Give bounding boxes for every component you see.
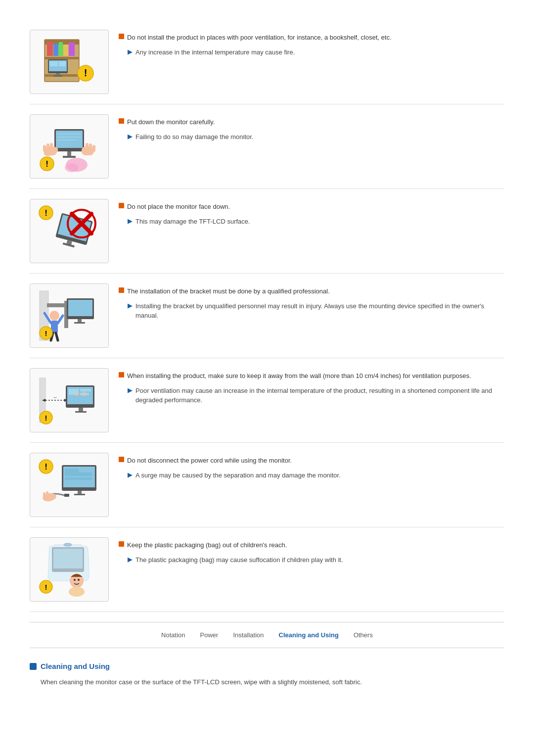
plastic-bag-icon: ! [30, 537, 109, 602]
section-6-main: Do not disconnect the power cord while u… [119, 456, 504, 466]
arrow-icon-2: ▶ [128, 133, 133, 140]
svg-rect-50 [68, 300, 92, 316]
arrow-icon-3: ▶ [128, 217, 133, 225]
section-3-sub-text: This may damage the TFT-LCD surface. [135, 217, 250, 227]
section-6-sub-text: A surge may be caused by the separation … [135, 471, 341, 480]
section-5-main: When installing the product, make sure t… [119, 371, 504, 381]
arrow-icon-1: ▶ [128, 48, 133, 55]
svg-rect-2 [44, 57, 79, 59]
bullet-icon-3 [119, 203, 124, 208]
svg-text:↔: ↔ [53, 395, 57, 400]
svg-rect-71 [75, 411, 87, 413]
svg-rect-27 [46, 143, 49, 150]
svg-rect-11 [50, 61, 58, 66]
section-7-sub-text: The plastic packaging (bag) may cause su… [135, 555, 343, 565]
section-6-main-text: Do not disconnect the power cord while u… [127, 456, 292, 466]
svg-rect-68 [80, 389, 91, 391]
svg-rect-18 [56, 131, 83, 148]
svg-rect-90 [46, 491, 48, 497]
cleaning-section-icon [30, 663, 37, 670]
svg-point-36 [65, 163, 79, 172]
section-3-content: Do not place the monitor face down. ▶ Th… [119, 199, 504, 229]
svg-line-58 [56, 333, 58, 340]
section-1-sub-text: Any increase in the internal temperature… [135, 47, 295, 57]
section-3-main-text: Do not place the monitor face down. [127, 202, 230, 212]
section-2-sub-text: Failing to do so may damage the monitor. [135, 132, 253, 142]
svg-point-53 [49, 311, 59, 321]
svg-rect-22 [67, 151, 71, 156]
cleaning-section-text: When cleaning the monitor case or the su… [41, 678, 362, 686]
svg-rect-30 [92, 145, 95, 152]
arrow-icon-7: ▶ [128, 556, 133, 563]
svg-text:!: ! [84, 67, 88, 78]
section-1: ! Do not install the product in places w… [30, 20, 504, 104]
section-7-content: Keep the plastic packaging (bag) out of … [119, 537, 504, 567]
svg-rect-83 [65, 472, 92, 476]
section-2-main-text: Put down the monitor carefully. [127, 117, 215, 127]
nav-installation[interactable]: Installation [233, 631, 264, 639]
svg-rect-8 [69, 43, 75, 56]
section-6-sub: ▶ A surge may be caused by the separatio… [128, 471, 504, 480]
svg-point-97 [69, 587, 85, 597]
cleaning-section-body: When cleaning the monitor case or the su… [41, 677, 504, 688]
svg-rect-51 [78, 319, 82, 323]
nav-power[interactable]: Power [200, 631, 219, 639]
svg-rect-6 [59, 42, 63, 56]
section-4-main: The installation of the bracket must be … [119, 286, 504, 296]
bullet-icon-7 [119, 541, 124, 547]
svg-text:!: ! [45, 414, 47, 422]
section-7-sub: ▶ The plastic packaging (bag) may cause … [128, 555, 504, 565]
svg-rect-31 [89, 143, 92, 150]
cleaning-section-header: Cleaning and Using [30, 662, 504, 670]
svg-text:!: ! [44, 208, 47, 218]
svg-text:!: ! [45, 329, 47, 337]
nav-bar: Notation Power Installation Cleaning and… [30, 622, 504, 648]
nav-cleaning-and-using[interactable]: Cleaning and Using [279, 631, 339, 639]
svg-rect-82 [65, 477, 92, 480]
svg-rect-70 [79, 408, 83, 412]
bullet-icon-5 [119, 372, 124, 378]
section-3-sub: ▶ This may damage the TFT-LCD surface. [128, 217, 504, 227]
section-6-content: Do not disconnect the power cord while u… [119, 453, 504, 483]
svg-point-96 [78, 579, 80, 581]
svg-rect-26 [43, 145, 46, 152]
section-1-content: Do not install the product in places wit… [119, 30, 504, 60]
section-1-sub: ▶ Any increase in the internal temperatu… [128, 47, 504, 57]
wall-distance-icon: ! ↔ [30, 368, 109, 432]
bullet-icon-4 [119, 287, 124, 293]
svg-point-73 [82, 391, 87, 396]
nav-notation[interactable]: Notation [161, 631, 185, 639]
section-3: ! Do not place the monitor face down. [30, 189, 504, 274]
svg-rect-14 [53, 75, 62, 77]
section-5: ! ↔ When installing the product, make su… [30, 358, 504, 443]
cleaning-section-title: Cleaning and Using [41, 662, 110, 670]
nav-others[interactable]: Others [354, 631, 373, 639]
section-3-main: Do not place the monitor face down. [119, 202, 504, 212]
svg-text:!: ! [45, 159, 48, 169]
section-7-main: Keep the plastic packaging (bag) out of … [119, 540, 504, 550]
svg-rect-7 [63, 45, 68, 56]
section-4-main-text: The installation of the bracket must be … [127, 286, 330, 296]
svg-rect-12 [59, 61, 66, 66]
bullet-icon-2 [119, 118, 124, 124]
section-2-content: Put down the monitor carefully. ▶ Failin… [119, 114, 504, 144]
svg-rect-28 [50, 143, 53, 150]
section-4-sub: ▶ Installing the bracket by unqualified … [128, 301, 504, 321]
section-5-content: When installing the product, make sure t… [119, 368, 504, 408]
section-1-main-text: Do not install the product in places wit… [127, 33, 392, 43]
section-1-main: Do not install the product in places wit… [119, 33, 504, 43]
bullet-icon-6 [119, 457, 124, 462]
arrow-icon-6: ▶ [128, 471, 133, 478]
section-5-sub-text: Poor ventilation may cause an increase i… [135, 386, 504, 405]
section-4-sub-text: Installing the bracket by unqualified pe… [135, 301, 504, 321]
svg-rect-32 [86, 143, 89, 150]
svg-point-93 [64, 543, 72, 546]
svg-rect-52 [74, 322, 85, 324]
svg-rect-85 [74, 494, 85, 495]
svg-text:!: ! [45, 583, 47, 591]
page: ! Do not install the product in places w… [0, 0, 534, 708]
svg-rect-89 [43, 492, 45, 498]
power-cord-icon: ! [30, 453, 109, 517]
svg-rect-23 [63, 156, 76, 158]
svg-rect-4 [47, 42, 53, 56]
